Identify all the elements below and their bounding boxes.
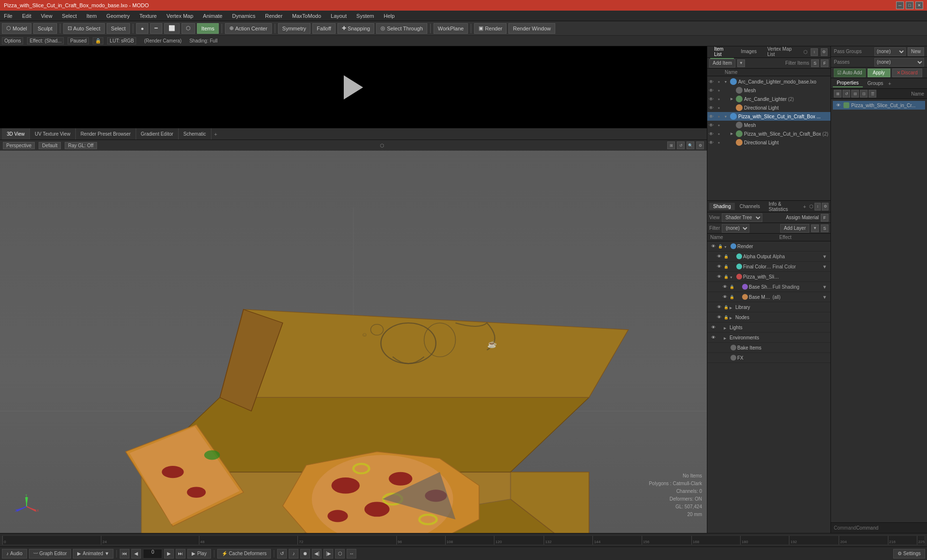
vis-icon2[interactable]: ●	[715, 130, 723, 138]
shader-row-final-color[interactable]: 👁 🔒 Final Color Output Final Color ▼	[707, 262, 830, 272]
select-through-button[interactable]: ◎ Select Through	[376, 23, 427, 34]
list-item[interactable]: 👁 ● Mesh	[707, 86, 830, 95]
shader-effect-dropdown[interactable]: ▼	[821, 283, 829, 291]
shader-expand-arrow[interactable]	[724, 244, 730, 249]
menu-item[interactable]: Item	[84, 12, 98, 20]
command-input[interactable]	[856, 525, 924, 531]
shader-vis-icon[interactable]: 👁	[715, 263, 723, 270]
list-item[interactable]: 👁 ● Pizza_with_Slice_Cut_in_Craft_Box ..…	[707, 112, 830, 121]
add-layer-dropdown[interactable]: ▼	[811, 224, 819, 232]
shader-effect-dropdown[interactable]: ▼	[821, 263, 829, 270]
shader-vis-icon[interactable]: 👁	[709, 334, 717, 341]
tab-vertex-map-list[interactable]: Vertex Map List	[763, 45, 801, 59]
shader-row-environments[interactable]: 👁 Environments	[707, 333, 830, 343]
groups-icon5[interactable]: ☰	[869, 90, 876, 98]
timeline-scale[interactable]: 0 24 48 72 96 108 120 132 144 156 168 18…	[2, 535, 925, 545]
play-preview-button[interactable]	[341, 75, 365, 99]
mode-model-button[interactable]: ⬡ Model	[2, 23, 31, 34]
render-window-button[interactable]: Render Window	[508, 23, 555, 34]
perspective-label[interactable]: Perspective	[3, 142, 35, 149]
groups-icon4[interactable]: ⊡	[860, 90, 868, 98]
effect-label[interactable]: Effect: (Shad...	[27, 37, 64, 44]
add-shading-tab-button[interactable]: +	[801, 203, 808, 210]
discard-button[interactable]: ✕ Discard	[892, 69, 922, 77]
prev-start-button[interactable]: ⏮	[120, 549, 129, 559]
lock-icon-btn[interactable]: 🔒	[93, 37, 103, 44]
menu-help[interactable]: Help	[382, 12, 397, 20]
next-end-button[interactable]: ⏭	[176, 549, 185, 559]
item-filter-s-button[interactable]: S	[811, 59, 819, 67]
mode-edge-button[interactable]: ━	[150, 23, 162, 34]
viewport-settings-icon[interactable]: ⚙	[696, 141, 704, 149]
shader-expand-arrow[interactable]	[730, 315, 735, 320]
shading-settings-icon[interactable]: ⚙	[822, 203, 829, 210]
eye-icon[interactable]: 👁	[707, 130, 715, 138]
tab-info-stats[interactable]: Info & Statistics	[765, 200, 800, 213]
menu-animate[interactable]: Animate	[201, 12, 224, 20]
list-item[interactable]: 👁 ● Arc_Candle_Lighter (2)	[707, 95, 830, 103]
eye-icon[interactable]: 👁	[707, 104, 715, 112]
shader-lock-icon[interactable]: 🔒	[729, 294, 735, 300]
keyframe-next-button[interactable]: |▶	[323, 549, 333, 559]
shader-vis-icon[interactable]: 👁	[721, 283, 729, 291]
shader-lock-icon[interactable]: 🔒	[723, 273, 730, 280]
vis-icon2[interactable]: ●	[715, 78, 723, 85]
shader-filter-select[interactable]: (none)	[722, 224, 749, 233]
tab-shading[interactable]: Shading	[709, 203, 735, 210]
key-button[interactable]: ⬡	[335, 549, 345, 559]
shader-vis-icon[interactable]	[709, 344, 717, 351]
add-item-dropdown-icon[interactable]: ▼	[737, 59, 745, 67]
shader-f-button[interactable]: F	[821, 214, 829, 222]
shader-lock-icon[interactable]: 🔒	[723, 304, 730, 310]
menu-geometry[interactable]: Geometry	[104, 12, 131, 20]
menu-layout[interactable]: Layout	[329, 12, 349, 20]
vis-icon2[interactable]: ●	[715, 139, 723, 146]
tab-schematic[interactable]: Schematic	[179, 128, 211, 140]
shading-expand-icon[interactable]: ⬡	[809, 204, 814, 209]
new-button[interactable]: New	[908, 47, 924, 56]
list-item[interactable]: 👁 ● Arc_Candle_Lighter_modo_base.lxo	[707, 77, 830, 86]
menu-vertex-map[interactable]: Vertex Map	[165, 12, 196, 20]
add-layer-button[interactable]: Add Layer	[780, 224, 809, 233]
menu-view[interactable]: View	[39, 12, 55, 20]
shader-row-lights[interactable]: 👁 Lights	[707, 322, 830, 333]
vis-icon2[interactable]: ●	[715, 121, 723, 129]
item-list-expand-icon[interactable]: ⬡	[803, 49, 808, 55]
menu-texture[interactable]: Texture	[138, 12, 159, 20]
shader-lock-icon[interactable]	[717, 324, 724, 331]
shader-row-base-shader[interactable]: 👁 🔒 Base Shader Full Shading ▼	[707, 282, 830, 292]
shader-lock-icon[interactable]	[717, 354, 724, 361]
items-button[interactable]: Items	[197, 23, 219, 34]
pass-groups-select[interactable]: (none)	[874, 47, 906, 56]
tab-gradient-editor[interactable]: Gradient Editor	[136, 128, 179, 140]
shader-vis-icon[interactable]: 👁	[709, 323, 717, 331]
shader-expand-arrow[interactable]	[724, 325, 730, 330]
shader-lock-icon[interactable]: 🔒	[723, 263, 730, 270]
render-button[interactable]: ▣ Render	[474, 23, 506, 34]
shader-row-pizza[interactable]: 👁 🔒 Pizza_with_Slice_Cut_in_Cr ...	[707, 272, 830, 282]
vis-icon2[interactable]: ●	[715, 86, 723, 94]
add-viewport-tab-button[interactable]: +	[211, 130, 220, 139]
eye-icon[interactable]: 👁	[707, 95, 715, 103]
group-vis-icon[interactable]: 👁	[835, 102, 842, 109]
menu-render[interactable]: Render	[263, 12, 284, 20]
cache-deformers-button[interactable]: ⚡ Cache Deformers	[217, 549, 271, 559]
graph-editor-button[interactable]: 〰 Graph Editor	[29, 549, 71, 559]
tab-uv-texture[interactable]: UV Texture View	[30, 128, 76, 140]
snapping-button[interactable]: ✚ Snapping	[337, 23, 375, 34]
tab-images[interactable]: Images	[737, 48, 760, 56]
shader-tree-select[interactable]: Shader Tree	[722, 213, 762, 222]
sculpt-button[interactable]: Sculpt	[33, 23, 57, 34]
list-item[interactable]: 👁 ● Pizza_with_Slice_Cut_in_Craft_Box (2…	[707, 129, 830, 138]
menu-system[interactable]: System	[354, 12, 376, 20]
menu-select[interactable]: Select	[60, 12, 79, 20]
lut-label[interactable]: LUT: sRGB	[107, 37, 136, 44]
viewport-3d[interactable]: Perspective Default Ray GL: Off ⬡ ⊞ ↺ 🔍 …	[0, 140, 707, 533]
shader-lock-icon[interactable]	[717, 344, 724, 351]
current-frame-field[interactable]: 0	[143, 549, 162, 559]
play-button[interactable]: ▶ Play	[187, 549, 211, 559]
viewport-pin-icon[interactable]: ↺	[677, 141, 685, 149]
shader-lock-icon[interactable]	[717, 334, 724, 341]
shader-row-library[interactable]: 👁 🔒 Library	[707, 302, 830, 312]
shader-expand-arrow[interactable]	[730, 305, 735, 310]
